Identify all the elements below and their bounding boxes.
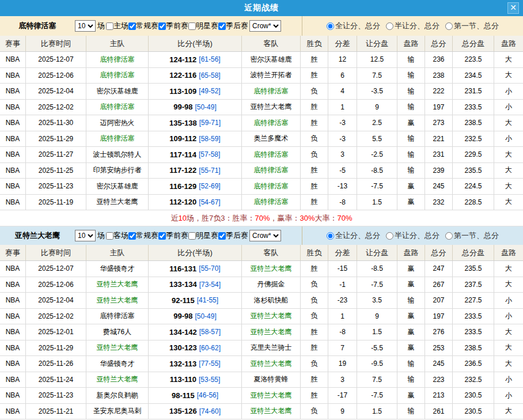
cell-away-team: 亚特兰大老鹰 [242, 309, 301, 324]
odds-type-radio-group: 全让分、总分半让分、总分第一节、总分 [302, 226, 523, 245]
cell-over-under: 小 [494, 131, 523, 147]
cell-league: NBA [0, 131, 26, 147]
filter-checkbox[interactable]: 常规赛 [128, 21, 158, 31]
checkbox-input[interactable] [158, 232, 166, 240]
radio-input[interactable] [327, 232, 334, 240]
cell-total: 213 [425, 388, 453, 403]
cell-handicap-result: 赢 [397, 388, 425, 403]
filter-checkbox[interactable]: 季后赛 [218, 21, 248, 31]
radio-label: 半让分、总分 [395, 230, 439, 241]
cell-result: 负 [301, 356, 328, 372]
column-header: 总分 [425, 245, 453, 260]
table-row: NBA 2025-12-04 密尔沃基雄鹿 113-109[49-52] 底特律… [0, 84, 523, 100]
games-count-select[interactable]: 10 [75, 20, 96, 32]
cell-result: 胜 [301, 68, 328, 84]
cell-result: 胜 [301, 179, 328, 194]
record-summary: 近 10 场，胜7负3：胜率：70%，赢率：30% 大率：70% [0, 210, 523, 226]
cell-home-team: 底特律活塞 [86, 100, 149, 115]
radio-input[interactable] [386, 232, 393, 240]
checkbox-input[interactable] [106, 232, 113, 240]
summary-label: 近 [170, 213, 178, 224]
cell-over-under: 大 [494, 340, 523, 356]
cell-diff: -5 [328, 163, 357, 179]
filter-checkbox[interactable]: 主场 [106, 21, 128, 31]
cell-diff: 4 [328, 84, 357, 99]
filter-checkbox[interactable]: 季前赛 [158, 230, 188, 241]
column-header: 盘路 [494, 36, 523, 51]
table-row: NBA 2025-12-07 华盛顿奇才 116-131[55-70] 亚特兰大… [0, 261, 523, 277]
cell-home-team: 印第安纳步行者 [86, 163, 149, 179]
cell-total-line: 230.5 [453, 388, 494, 403]
cell-over-under: 大 [494, 147, 523, 162]
filter-checkbox[interactable]: 季后赛 [218, 230, 248, 241]
cell-diff: 3 [328, 372, 357, 388]
filter-checkbox[interactable]: 明星赛 [188, 230, 218, 241]
cell-diff: -3 [328, 115, 357, 131]
checkbox-input[interactable] [158, 22, 166, 30]
filter-checkbox[interactable]: 常规赛 [128, 230, 158, 241]
cell-total-line: 232.5 [453, 131, 494, 147]
cell-total-line: 230.5 [453, 404, 494, 419]
cell-score: 98-115[46-56] [149, 388, 242, 403]
checkbox-input[interactable] [188, 232, 196, 240]
bookmaker-select[interactable]: Crow* [249, 230, 281, 241]
radio-input[interactable] [445, 232, 453, 240]
table-row: NBA 2025-11-23 新奥尔良鹈鹕 98-115[46-56] 亚特兰大… [0, 388, 523, 404]
odds-type-radio[interactable]: 半让分、总分 [386, 21, 439, 31]
bookmaker-select[interactable]: Crow* [249, 20, 281, 32]
cell-handicap-result: 输 [397, 293, 425, 308]
checkbox-input[interactable] [218, 232, 226, 240]
modal-titlebar: 近期战绩 ✕ [0, 0, 523, 16]
cell-date: 2025-12-07 [26, 52, 86, 67]
cell-over-under: 小 [494, 388, 523, 403]
cell-handicap-result: 输 [397, 131, 425, 147]
checkbox-input[interactable] [128, 232, 136, 240]
cell-total-line: 236.5 [453, 356, 494, 372]
cell-total-line: 237.5 [453, 277, 494, 293]
cell-over-under: 大 [494, 404, 523, 419]
cell-total: 223 [425, 372, 453, 388]
table-row: NBA 2025-12-01 费城76人 134-142[58-57] 亚特兰大… [0, 324, 523, 340]
odds-type-radio[interactable]: 全让分、总分 [327, 21, 380, 31]
table-row: NBA 2025-11-24 亚特兰大老鹰 113-110[53-55] 夏洛特… [0, 372, 523, 388]
filter-checkbox[interactable]: 客场 [106, 230, 128, 241]
radio-label: 第一节、总分 [454, 230, 499, 241]
cell-date: 2025-11-23 [26, 179, 86, 194]
checkbox-input[interactable] [218, 22, 226, 30]
games-count-select[interactable]: 10 [75, 230, 96, 241]
table-row: NBA 2025-11-27 波士顿凯尔特人 117-114[57-58] 底特… [0, 147, 523, 163]
cell-over-under: 大 [494, 195, 523, 210]
cell-handicap-result: 赢 [397, 277, 425, 293]
cell-score: 130-123[60-62] [149, 340, 242, 356]
cell-away-team: 奥兰多魔术 [242, 131, 301, 147]
column-header: 让分盘 [357, 245, 397, 260]
filter-checkbox[interactable]: 明星赛 [188, 21, 218, 31]
radio-input[interactable] [327, 22, 334, 30]
filter-checkbox[interactable]: 季前赛 [158, 21, 188, 31]
radio-input[interactable] [386, 22, 393, 30]
cell-handicap: 1.5 [357, 324, 397, 340]
cell-date: 2025-11-23 [26, 388, 86, 403]
cell-total: 207 [425, 293, 453, 308]
radio-input[interactable] [445, 22, 453, 30]
cell-home-team: 华盛顿奇才 [86, 356, 149, 372]
cell-result: 负 [301, 131, 328, 147]
column-header: 客队 [242, 36, 301, 51]
checkbox-label: 季后赛 [226, 21, 248, 31]
close-icon[interactable]: ✕ [507, 2, 519, 14]
odds-type-radio[interactable]: 第一节、总分 [445, 230, 499, 241]
odds-type-radio[interactable]: 第一节、总分 [445, 21, 499, 31]
cell-home-team: 费城76人 [86, 324, 149, 340]
cell-total-line: 232.5 [453, 372, 494, 388]
cell-date: 2025-11-30 [26, 115, 86, 131]
odds-type-radio[interactable]: 全让分、总分 [327, 230, 380, 241]
modal-title: 近期战绩 [244, 3, 279, 13]
cell-league: NBA [0, 340, 26, 356]
checkbox-input[interactable] [128, 22, 136, 30]
checkbox-input[interactable] [188, 22, 196, 30]
cell-result: 负 [301, 293, 328, 308]
checkbox-input[interactable] [106, 22, 113, 30]
cell-score: 99-98[50-49] [149, 100, 242, 115]
cell-score: 116-131[55-70] [149, 261, 242, 277]
odds-type-radio[interactable]: 半让分、总分 [386, 230, 439, 241]
